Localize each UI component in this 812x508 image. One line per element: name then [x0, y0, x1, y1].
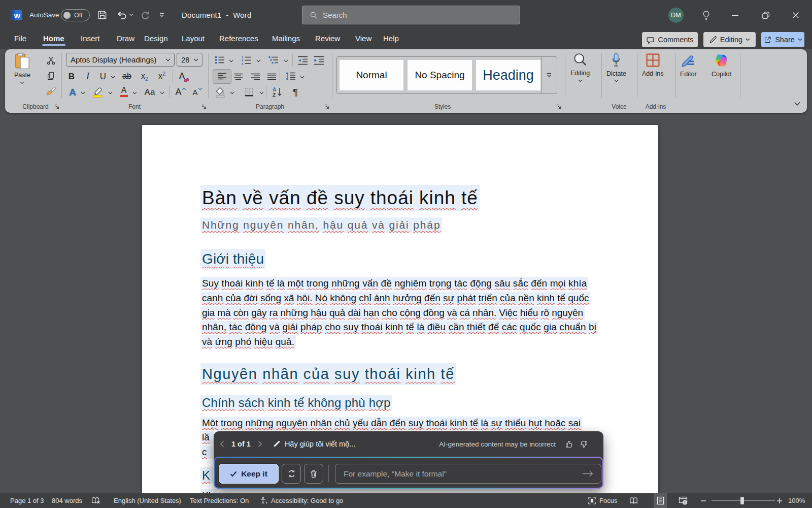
redo-button[interactable]	[139, 9, 151, 21]
maximize-button[interactable]	[761, 11, 770, 20]
comments-button[interactable]: Comments	[642, 32, 698, 47]
focus-button[interactable]: Focus	[588, 493, 617, 508]
font-name-combobox[interactable]: Aptos Display (Headings)	[66, 53, 175, 67]
zoom-in-button[interactable]	[776, 493, 783, 508]
styles-dialog-launcher[interactable]	[556, 104, 562, 110]
tab-home[interactable]: Home	[43, 34, 64, 43]
collapse-ribbon-button[interactable]	[791, 99, 804, 108]
autosave-toggle[interactable]: Off	[61, 9, 90, 21]
previous-suggestion-button[interactable]	[220, 440, 224, 448]
change-case-button[interactable]: Aa	[142, 85, 157, 99]
bold-button[interactable]: B	[66, 70, 77, 83]
cut-button[interactable]	[45, 55, 57, 66]
editor-button[interactable]: Editor	[680, 52, 697, 78]
avatar[interactable]: DM	[668, 8, 684, 23]
tab-layout[interactable]: Layout	[182, 34, 205, 43]
regenerate-button[interactable]	[282, 464, 301, 484]
text-predictions[interactable]: Text Predictions: On	[190, 493, 249, 508]
minimize-button[interactable]	[731, 11, 739, 20]
language-indicator[interactable]: English (United States)	[114, 493, 181, 508]
thumbs-up-button[interactable]	[565, 440, 573, 449]
delete-button[interactable]	[304, 464, 323, 484]
keep-it-button[interactable]: Keep it	[219, 464, 279, 484]
strikethrough-button[interactable]: ab	[120, 70, 134, 83]
subscript-button[interactable]: x 2	[138, 70, 151, 83]
highlight-button[interactable]	[90, 85, 106, 99]
tab-insert[interactable]: Insert	[81, 34, 100, 43]
tab-references[interactable]: References	[219, 34, 258, 43]
read-mode-button[interactable]	[629, 493, 639, 508]
undo-button[interactable]	[116, 9, 128, 21]
underline-button[interactable]: U	[97, 70, 109, 83]
clear-formatting-button[interactable]: A	[177, 70, 192, 83]
shrink-font-button[interactable]: A	[190, 85, 205, 99]
font-color-button[interactable]: A	[118, 85, 130, 99]
align-right-button[interactable]	[249, 71, 262, 83]
web-layout-button[interactable]	[679, 493, 688, 508]
word-count[interactable]: 804 words	[52, 493, 82, 508]
copilot-button[interactable]: Copilot	[712, 52, 731, 78]
tab-draw[interactable]: Draw	[117, 34, 134, 43]
align-left-button[interactable]	[213, 69, 231, 84]
tab-review[interactable]: Review	[315, 34, 340, 43]
tab-design[interactable]: Design	[144, 34, 168, 43]
bullets-button[interactable]	[213, 53, 226, 67]
clipboard-dialog-launcher[interactable]	[54, 104, 60, 110]
paste-button[interactable]: Paste	[14, 52, 30, 84]
multilevel-list-button[interactable]	[267, 53, 280, 67]
change-case-dropdown[interactable]	[158, 90, 165, 96]
tab-help[interactable]: Help	[383, 34, 399, 43]
styles-gallery-more[interactable]	[541, 57, 557, 93]
zoom-level[interactable]: 100%	[788, 493, 805, 508]
page-indicator[interactable]: Page 1 of 3	[10, 493, 44, 508]
tab-mailings[interactable]: Mailings	[272, 34, 300, 43]
undo-dropdown[interactable]	[129, 13, 133, 16]
multilevel-dropdown[interactable]	[282, 58, 289, 64]
shading-button[interactable]	[214, 85, 227, 99]
addins-button[interactable]: Add-ins	[642, 52, 663, 77]
accessibility-status[interactable]: Accessibility: Good to go	[259, 493, 343, 508]
superscript-button[interactable]: x 2	[155, 70, 168, 83]
line-spacing-dropdown[interactable]	[298, 75, 306, 80]
copilot-prompt-input[interactable]: For example, "Make it formal"	[335, 464, 601, 484]
sort-button[interactable]: AZ	[269, 85, 285, 99]
search-input[interactable]: Search	[302, 6, 520, 24]
font-dialog-launcher[interactable]	[201, 104, 207, 110]
copy-button[interactable]	[45, 70, 57, 81]
decrease-indent-button[interactable]	[296, 53, 309, 67]
highlight-dropdown[interactable]	[107, 90, 114, 96]
editing-mode-button[interactable]: Editing	[703, 32, 756, 47]
underline-dropdown[interactable]	[109, 75, 116, 80]
next-suggestion-button[interactable]	[258, 440, 262, 448]
style-heading[interactable]: Heading	[476, 60, 540, 90]
align-center-button[interactable]	[231, 71, 245, 83]
borders-button[interactable]	[243, 85, 256, 99]
style-no-spacing[interactable]: No Spacing	[408, 60, 472, 90]
paragraph-dialog-launcher[interactable]	[324, 104, 330, 110]
proofing-status[interactable]	[91, 493, 100, 508]
borders-dropdown[interactable]	[258, 90, 265, 96]
save-button[interactable]	[96, 9, 108, 21]
shading-dropdown[interactable]	[228, 90, 235, 96]
share-button[interactable]: Share	[761, 32, 804, 47]
text-effects-dropdown[interactable]	[79, 90, 86, 96]
tab-view[interactable]: View	[355, 34, 371, 43]
print-layout-button[interactable]	[654, 493, 667, 508]
zoom-out-button[interactable]	[700, 493, 706, 508]
line-spacing-button[interactable]	[283, 70, 298, 83]
format-painter-button[interactable]	[45, 85, 57, 97]
grow-font-button[interactable]: A	[174, 85, 188, 99]
dictate-button[interactable]: Dictate	[606, 52, 626, 82]
style-normal[interactable]: Normal	[340, 60, 403, 90]
font-size-combobox[interactable]: 28	[177, 53, 202, 67]
italic-button[interactable]: I	[82, 70, 93, 83]
quick-access-toolbar-button[interactable]	[158, 11, 165, 18]
editing-button[interactable]: Editing	[570, 52, 590, 82]
justify-button[interactable]	[265, 71, 278, 83]
tell-me-button[interactable]	[701, 10, 711, 21]
show-formatting-button[interactable]: ¶	[289, 85, 302, 99]
increase-indent-button[interactable]	[312, 53, 325, 67]
bullets-dropdown[interactable]	[227, 58, 234, 64]
zoom-slider-thumb[interactable]	[740, 497, 744, 504]
tab-file[interactable]: File	[14, 34, 26, 43]
